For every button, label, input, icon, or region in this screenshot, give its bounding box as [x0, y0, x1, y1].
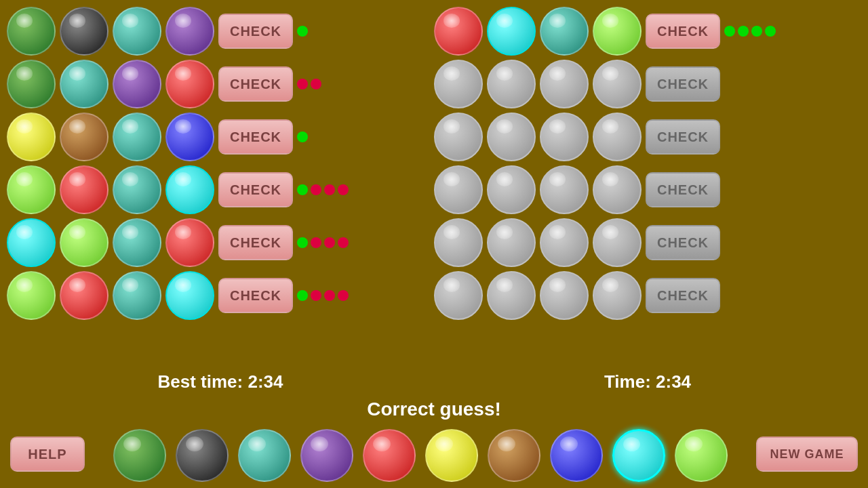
dot-red [324, 184, 335, 195]
feedback-dots [297, 26, 351, 37]
ball-cyan[interactable] [165, 165, 214, 214]
ball-gray[interactable] [434, 165, 483, 214]
ball-cyan[interactable] [487, 7, 536, 56]
palette-brown[interactable] [488, 429, 540, 482]
ball-gray[interactable] [487, 113, 536, 161]
correct-guess-label: Correct guess! [7, 395, 861, 424]
current-time: Time: 2:34 [434, 371, 861, 392]
ball-yellow[interactable] [7, 113, 56, 161]
check-button[interactable]: CHECK [218, 225, 293, 260]
palette-cyan[interactable] [612, 429, 665, 482]
ball-cyan[interactable] [7, 218, 56, 267]
palette-blue[interactable] [550, 429, 603, 482]
ball-cyan[interactable] [165, 271, 214, 320]
ball-gray[interactable] [434, 113, 483, 161]
right-feedback-dots [724, 26, 785, 37]
left-row-0: CHECK [7, 7, 427, 56]
check-button[interactable]: CHECK [218, 119, 293, 155]
check-button[interactable]: CHECK [646, 172, 720, 207]
ball-gray[interactable] [487, 165, 536, 214]
main-area: CHECKCHECKCHECKCHECKCHECKCHECK CHECKCHEC… [0, 0, 868, 369]
ball-gray[interactable] [540, 271, 589, 320]
dot-green [297, 237, 308, 248]
check-button[interactable]: CHECK [646, 14, 720, 49]
left-row-1: CHECK [7, 60, 427, 108]
ball-lime[interactable] [7, 165, 56, 214]
ball-green[interactable] [7, 7, 56, 56]
right-row-1: CHECK [434, 60, 854, 108]
ball-gray[interactable] [593, 271, 642, 320]
right-panel: CHECKCHECKCHECKCHECKCHECKCHECK [434, 7, 854, 369]
ball-teal[interactable] [60, 60, 108, 108]
ball-gray[interactable] [434, 60, 483, 108]
palette-red[interactable] [363, 429, 416, 482]
ball-gray[interactable] [540, 113, 589, 161]
left-row-4: CHECK [7, 218, 427, 267]
ball-lime[interactable] [60, 218, 108, 267]
dot-red [311, 290, 321, 301]
ball-red[interactable] [165, 218, 214, 267]
palette-yellow[interactable] [425, 429, 478, 482]
ball-teal[interactable] [113, 165, 161, 214]
ball-blue[interactable] [165, 113, 214, 161]
check-button[interactable]: CHECK [218, 66, 293, 102]
ball-teal[interactable] [113, 113, 161, 161]
ball-red[interactable] [60, 165, 108, 214]
ball-gray[interactable] [540, 60, 589, 108]
ball-gray[interactable] [487, 218, 536, 267]
new-game-button[interactable]: NEW GAME [756, 436, 858, 472]
palette-black[interactable] [176, 429, 229, 482]
ball-red[interactable] [434, 7, 483, 56]
ball-red[interactable] [60, 271, 108, 320]
ball-gray[interactable] [593, 165, 642, 214]
ball-teal[interactable] [113, 218, 161, 267]
ball-gray[interactable] [487, 60, 536, 108]
feedback-dots [297, 131, 351, 142]
game-container: CHECKCHECKCHECKCHECKCHECKCHECK CHECKCHEC… [0, 0, 868, 488]
ball-brown[interactable] [60, 113, 108, 161]
palette-purple[interactable] [300, 429, 353, 482]
ball-lime[interactable] [7, 271, 56, 320]
check-button[interactable]: CHECK [646, 225, 720, 260]
ball-red[interactable] [165, 60, 214, 108]
check-button[interactable]: CHECK [218, 278, 293, 313]
ball-lime[interactable] [593, 7, 642, 56]
check-button[interactable]: CHECK [646, 66, 720, 102]
ball-teal[interactable] [113, 271, 161, 320]
ball-teal[interactable] [113, 7, 161, 56]
buttons-row: HELP NEW GAME [7, 424, 861, 485]
ball-gray[interactable] [593, 60, 642, 108]
ball-purple[interactable] [113, 60, 161, 108]
dot-red [338, 290, 349, 301]
check-button[interactable]: CHECK [218, 172, 293, 207]
ball-gray[interactable] [434, 218, 483, 267]
palette-teal[interactable] [238, 429, 291, 482]
dot-green [751, 26, 762, 37]
ball-gray[interactable] [593, 218, 642, 267]
left-row-3: CHECK [7, 165, 427, 214]
dot-green [297, 26, 308, 37]
palette-lime[interactable] [675, 429, 728, 482]
ball-black[interactable] [60, 7, 108, 56]
check-button[interactable]: CHECK [646, 119, 720, 155]
palette-green[interactable] [113, 429, 166, 482]
dot-green [738, 26, 749, 37]
dot-green [765, 26, 776, 37]
feedback-dots [297, 79, 351, 89]
ball-gray[interactable] [540, 218, 589, 267]
feedback-dots [297, 184, 351, 195]
right-row-5: CHECK [434, 271, 854, 320]
ball-green[interactable] [7, 60, 56, 108]
ball-gray[interactable] [540, 165, 589, 214]
check-button[interactable]: CHECK [646, 278, 720, 313]
ball-purple[interactable] [165, 7, 214, 56]
check-button[interactable]: CHECK [218, 14, 293, 49]
dot-green [297, 290, 308, 301]
ball-gray[interactable] [593, 113, 642, 161]
ball-gray[interactable] [434, 271, 483, 320]
ball-teal[interactable] [540, 7, 589, 56]
feedback-dots [297, 237, 351, 248]
right-row-3: CHECK [434, 165, 854, 214]
help-button[interactable]: HELP [10, 436, 85, 472]
ball-gray[interactable] [487, 271, 536, 320]
